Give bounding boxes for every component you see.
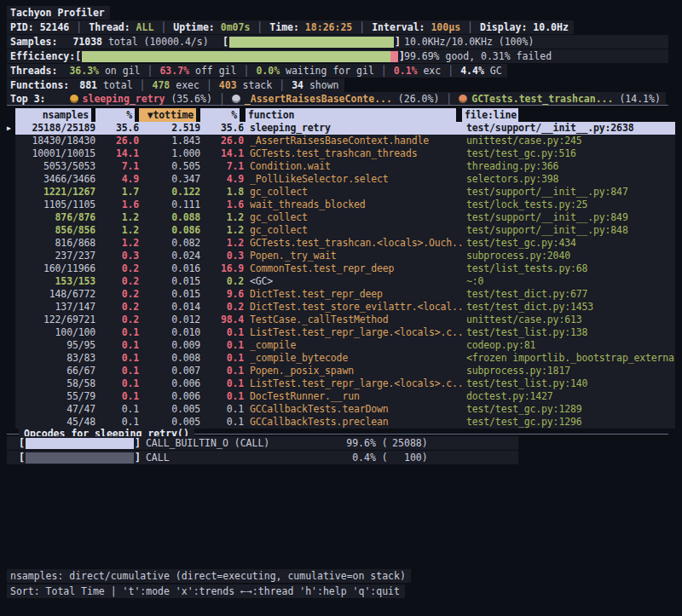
nsamples-cell: 58/58	[15, 377, 95, 390]
thread-value[interactable]: ALL	[136, 21, 154, 33]
bronze-medal-icon	[459, 95, 467, 103]
table-row[interactable]: 3466/34664.90.3474.9_PollLikeSelector.se…	[7, 173, 675, 186]
keyboard-shortcuts: Sort: Total Time | 't':mode 'x':trends ←…	[10, 585, 400, 597]
top3-label: Top 3:	[10, 93, 46, 105]
table-row[interactable]: 816/8681.20.0821.2GCTests.test_trashcan.…	[7, 237, 675, 250]
rule-segment	[194, 434, 668, 435]
threads-gc-label: GC	[484, 65, 502, 77]
column-header-function[interactable]: function	[246, 108, 456, 122]
functions-stack-label: stack	[237, 79, 273, 91]
table-row[interactable]: ▶25188/2518935.62.51935.6sleeping_retryt…	[7, 122, 675, 135]
nsamples-cell: 137/147	[15, 301, 95, 314]
divider: │	[153, 21, 173, 33]
tottime-cell: 1.000	[139, 147, 200, 160]
table-row[interactable]: 100/1000.10.0100.1ListTest.test_repr_lar…	[7, 326, 675, 339]
threads-waiting-value: 0.0%	[256, 65, 280, 77]
divider: │	[374, 65, 394, 77]
efficiency-label: Efficiency:	[10, 50, 75, 62]
top3-third-name: GCTests.test_trashcan...	[471, 93, 613, 105]
tachyon-profiler-terminal: { "palette": { "bg": "#0d0f16", "linebg"…	[0, 0, 682, 616]
direct-pct-cell: 0.1	[95, 390, 139, 403]
table-row[interactable]: 160/119660.20.01616.9CommonTest.test_rep…	[7, 262, 675, 275]
function-cell: DictTest.test_store_evilattr.<local...	[250, 301, 465, 314]
direct-pct-cell: 1.2	[95, 211, 139, 224]
table-row[interactable]: 55/790.10.0060.1DocTestRunner.__rundocte…	[7, 390, 675, 403]
bracket-open: [	[75, 50, 81, 62]
cum-pct-cell: 0.1	[200, 326, 244, 339]
tottime-cell: 1.843	[139, 135, 200, 147]
app-title-line: Tachyon Profiler	[7, 6, 110, 20]
cum-pct-cell: 16.9	[200, 262, 244, 275]
bracket-open: [	[223, 36, 228, 48]
tottime-cell: 0.111	[139, 199, 200, 211]
tottime-cell: 0.024	[139, 250, 200, 262]
cum-pct-cell: 0.1	[200, 365, 244, 377]
opcode-name: CALL_BUILTIN_O (CALL)	[146, 437, 340, 449]
direct-pct-cell: 0.1	[95, 352, 139, 365]
cum-pct-cell: 0.3	[200, 250, 244, 262]
direct-pct-cell: 0.2	[95, 301, 139, 314]
divider: │	[212, 93, 232, 105]
footer-controls-line: Sort: Total Time | 't':mode 'x':trends ←…	[7, 584, 405, 598]
table-row[interactable]: 1221/12671.70.1221.8gc_collecttest/suppo…	[7, 186, 675, 199]
direct-pct-cell: 1.2	[95, 237, 139, 250]
direct-pct-cell: 1.7	[95, 186, 139, 199]
table-row[interactable]: 66/670.10.0070.1Popen._posix_spawnsubpro…	[7, 365, 675, 377]
top3-third-pct: (14.1%)	[619, 93, 660, 105]
opcode-bar-fill	[26, 438, 134, 449]
table-row[interactable]: 122/697210.20.01298.4TestCase._callTestM…	[7, 314, 675, 326]
table-row[interactable]: 95/950.10.0090.1_compilecodeop.py:81	[7, 339, 675, 352]
table-row[interactable]: 83/830.10.0080.1_compile_bytecode<frozen…	[7, 352, 675, 365]
column-header-direct-pct[interactable]: %	[95, 108, 135, 122]
table-row[interactable]: 237/2370.30.0240.3Popen._try_waitsubproc…	[7, 250, 675, 262]
nsamples-cell: 45/48	[15, 416, 95, 429]
selected-row-cursor: ▶	[7, 122, 15, 135]
table-row[interactable]: 856/8561.20.0861.2gc_collecttest/support…	[7, 224, 675, 237]
function-cell: gc_collect	[250, 224, 465, 237]
tottime-cell: 0.015	[139, 275, 200, 288]
table-row[interactable]: 148/67720.20.0159.6DictTest.test_repr_de…	[7, 288, 675, 301]
efficiency-line: Efficiency: [ ] 99.69% good, 0.31% faile…	[7, 49, 668, 63]
column-header-cum-pct[interactable]: %	[200, 108, 240, 122]
column-header-file-line[interactable]: file:line	[462, 108, 518, 122]
direct-pct-cell: 0.1	[95, 365, 139, 377]
divider: │	[352, 21, 372, 33]
function-cell: <GC>	[250, 275, 465, 288]
table-row[interactable]: 5053/50537.10.5057.1Condition.waitthread…	[7, 160, 675, 173]
cum-pct-cell: 1.2	[200, 211, 244, 224]
table-row[interactable]: 58/580.10.0060.1ListTest.test_repr_large…	[7, 377, 675, 390]
interval-label: Interval:	[372, 21, 425, 33]
bracket-open: [	[19, 452, 25, 463]
nsamples-cell: 1105/1105	[15, 199, 95, 211]
tottime-cell: 0.088	[139, 211, 200, 224]
table-row[interactable]: 47/470.10.0050.1GCCallbackTests.tearDown…	[7, 403, 675, 416]
table-row[interactable]: 137/1470.20.0140.2DictTest.test_store_ev…	[7, 301, 675, 314]
nsamples-cell: 100/100	[15, 326, 95, 339]
direct-pct-cell: 14.1	[95, 147, 139, 160]
function-cell: CommonTest.test_repr_deep	[250, 262, 465, 275]
thread-label: Thread:	[89, 21, 130, 33]
table-row[interactable]: 10001/1001514.11.00014.1GCTests.test_tra…	[7, 147, 675, 160]
threads-on-gil-value: 36.3%	[69, 65, 99, 77]
function-cell: GCTests.test_trashcan_threads	[250, 147, 465, 160]
tottime-cell: 0.006	[139, 377, 200, 390]
tottime-cell: 0.005	[139, 416, 200, 429]
column-header-nsamples[interactable]: nsamples	[15, 108, 91, 122]
threads-gc-value: 4.4%	[460, 65, 484, 77]
session-info-line: PID: 52146 │ Thread: ALL │ Uptime: 0m07s…	[7, 20, 574, 34]
function-cell: _compile	[250, 339, 465, 352]
column-header-tottime-sorted[interactable]: ▼tottime	[139, 108, 196, 122]
divider: │	[439, 93, 459, 105]
cum-pct-cell: 0.1	[200, 416, 244, 429]
table-row[interactable]: 1105/11051.60.1111.6wait_threads_blocked…	[7, 199, 675, 211]
table-row[interactable]: 18430/1843026.01.84326.0_AssertRaisesBas…	[7, 135, 675, 147]
efficiency-bar-track	[82, 51, 398, 62]
table-row[interactable]: 45/480.10.0050.1GCCallbackTests.preclean…	[7, 416, 675, 429]
function-cell: _compile_bytecode	[250, 352, 465, 365]
threads-off-gil-value: 63.7%	[159, 65, 189, 77]
threads-on-gil-label: on gil	[99, 65, 140, 77]
opcode-pct: 99.6%	[340, 437, 376, 449]
cum-pct-cell: 0.1	[200, 390, 244, 403]
table-row[interactable]: 153/1530.20.0150.2<GC>~:0	[7, 275, 675, 288]
table-row[interactable]: 876/8761.20.0881.2gc_collecttest/support…	[7, 211, 675, 224]
